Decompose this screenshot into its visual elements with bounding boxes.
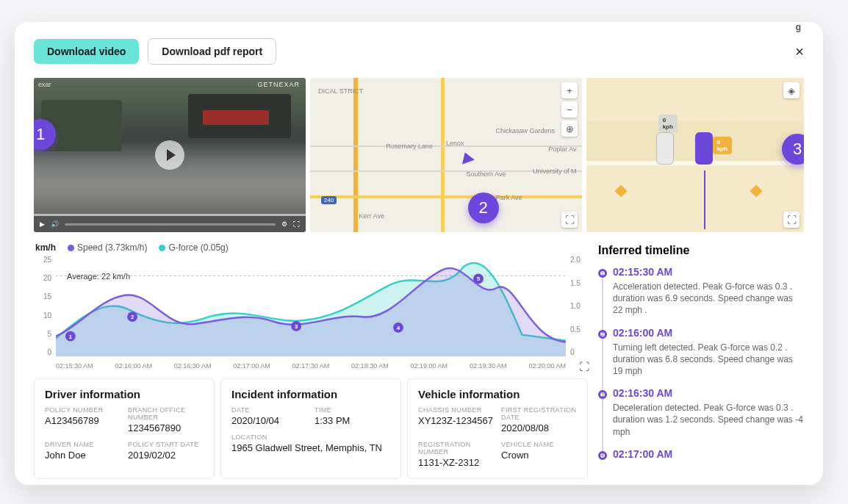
timeline-time: 02:17:00 AM [613, 448, 804, 460]
play-icon[interactable] [155, 140, 184, 170]
layers-icon[interactable]: ◈ [783, 82, 800, 98]
timeline-dot: 1 [598, 269, 607, 278]
timeline-desc: Turning left detected. Peak G-force was … [613, 342, 804, 378]
timeline-item[interactable]: 3 02:16:30 AM Deceleration detected. Pea… [598, 387, 804, 438]
card-title: Vehicle information [418, 388, 577, 400]
legend-gforce: G-force (0.05g) [168, 242, 228, 253]
field-value: 1131-XZ-2312 [418, 457, 494, 468]
field-label: VEHICLE NAME [501, 441, 577, 448]
field-value: 1965 Gladwell Street, Memphis, TN [231, 442, 390, 453]
trajectory-line [704, 170, 705, 229]
y-axis-left: 2520151050 [34, 256, 54, 356]
telemetry-chart[interactable]: 2520151050 2.01.51.00.50 Average: 22 km/… [34, 256, 588, 370]
chart-legend: km/h Speed (3.73km/h) G-force (0.05g) g [35, 242, 588, 253]
field-label: CHASSIS NUMBER [418, 406, 494, 414]
inferred-timeline: Inferred timeline 1 02:15:30 AM Accelera… [598, 240, 804, 479]
field-label: REGISTRATION NUMBER [418, 441, 494, 456]
field-value: 2020/08/08 [501, 422, 577, 433]
speed-tag-other: 0kph [658, 115, 678, 132]
road-label: Lenox [446, 140, 464, 147]
road-label: University of M [533, 168, 577, 175]
svg-text:5: 5 [477, 276, 481, 282]
field-value: XY123Z-1234567 [418, 415, 494, 426]
field-label: DATE [231, 406, 307, 414]
road-label: Southern Ave [467, 170, 506, 178]
timeline-desc: Acceleration detected. Peak G-force was … [613, 281, 804, 317]
timeline-dot: 3 [598, 390, 607, 399]
toolbar: Download video Download pdf report × [34, 38, 804, 65]
road-label: Park Ave [496, 194, 522, 201]
video-scrubber[interactable] [65, 223, 276, 226]
field-label: POLICY START DATE [128, 441, 204, 448]
field-value: 2019/02/02 [128, 450, 204, 461]
video-brand: GETNEXAR [257, 81, 300, 88]
volume-icon[interactable]: 🔊 [51, 220, 59, 228]
field-label: DRIVER NAME [45, 441, 121, 448]
field-value: 1:33 PM [315, 415, 390, 426]
speed-tag-ego: 0kph [713, 137, 732, 154]
video-brand-left: exar [38, 81, 51, 88]
field-value: 1234567890 [128, 422, 204, 433]
timeline-item[interactable]: 4 02:17:00 AM [598, 448, 804, 460]
zoom-out-button[interactable]: − [561, 101, 578, 118]
field-value: 2020/10/04 [231, 415, 307, 426]
map-view[interactable]: 2 Rosemary Lane Lenox Chickasaw Gardens … [310, 78, 582, 232]
timeline-dot: 2 [598, 330, 607, 339]
panel-badge-2: 2 [468, 192, 499, 223]
compass-icon[interactable]: ⊕ [561, 120, 578, 137]
fullscreen-icon[interactable]: ⛶ [293, 220, 300, 228]
timeline-time: 02:15:30 AM [613, 266, 804, 278]
field-value: John Doe [45, 450, 121, 461]
video-controls[interactable]: ▶ 🔊 ⚙ ⛶ [34, 216, 306, 232]
card-title: Incident information [231, 388, 390, 400]
incident-info-card: Incident information DATE2020/10/04 TIME… [220, 378, 401, 479]
media-row: 1 GETNEXAR exar ▶ 🔊 ⚙ ⛶ 2 [34, 78, 804, 232]
sim-car-ego [695, 132, 713, 165]
simulation-view[interactable]: 3 0kph 0kph ◈ ⛶ [586, 78, 804, 232]
timeline-time: 02:16:30 AM [613, 387, 804, 399]
card-title: Driver information [45, 388, 204, 400]
info-row: Driver information POLICY NUMBERA1234567… [34, 378, 588, 479]
vehicle-marker-icon [459, 150, 475, 164]
field-label: LOCATION [231, 433, 390, 441]
field-value: A123456789 [45, 415, 121, 426]
sim-car-other [656, 132, 674, 165]
field-label: FIRST REGISTRATION DATE [501, 406, 577, 421]
download-video-button[interactable]: Download video [34, 39, 139, 64]
svg-text:3: 3 [295, 323, 298, 330]
svg-text:4: 4 [397, 325, 400, 331]
timeline-item[interactable]: 1 02:15:30 AM Acceleration detected. Pea… [598, 266, 804, 317]
timeline-time: 02:16:00 AM [613, 327, 804, 339]
x-axis: 02:15:30 AM02:16:00 AM02:16:30 AM02:17:0… [56, 362, 566, 370]
y-axis-right: 2.01.51.00.50 [567, 256, 588, 356]
road-label: DICAL STRICT [318, 87, 363, 95]
chart-expand-button[interactable]: ⛶ [579, 361, 589, 372]
chart-panel: km/h Speed (3.73km/h) G-force (0.05g) g … [34, 240, 588, 479]
settings-icon[interactable]: ⚙ [281, 220, 287, 228]
svg-text:2: 2 [131, 314, 134, 320]
timeline-desc: Deceleration detected. Peak G-force was … [613, 402, 804, 438]
unit-right: g [796, 22, 801, 32]
close-icon[interactable]: × [795, 43, 804, 60]
field-label: TIME [315, 406, 390, 414]
field-label: POLICY NUMBER [45, 406, 121, 414]
timeline-title: Inferred timeline [598, 244, 804, 257]
hazard-sign-icon [615, 184, 628, 197]
download-pdf-button[interactable]: Download pdf report [148, 38, 276, 65]
zoom-in-button[interactable]: + [561, 82, 578, 98]
svg-text:1: 1 [69, 334, 73, 340]
legend-speed: Speed (3.73km/h) [77, 242, 147, 253]
unit-left: km/h [35, 242, 56, 253]
map-expand-button[interactable]: ⛶ [561, 212, 578, 228]
vehicle-info-card: Vehicle information CHASSIS NUMBERXY123Z… [407, 378, 588, 479]
sim-expand-button[interactable]: ⛶ [783, 212, 800, 228]
road-label: Chickasaw Gardens [495, 127, 555, 134]
timeline-item[interactable]: 2 02:16:00 AM Turning left detected. Pea… [598, 327, 804, 378]
road-label: Poplar Av [548, 145, 576, 153]
timeline-dot: 4 [598, 451, 607, 460]
hazard-sign-icon [750, 184, 762, 197]
road-label: Rosemary Lane [387, 143, 434, 150]
play-small-icon[interactable]: ▶ [40, 220, 45, 228]
dashcam-video[interactable]: 1 GETNEXAR exar ▶ 🔊 ⚙ ⛶ [34, 78, 306, 232]
driver-info-card: Driver information POLICY NUMBERA1234567… [34, 378, 215, 479]
